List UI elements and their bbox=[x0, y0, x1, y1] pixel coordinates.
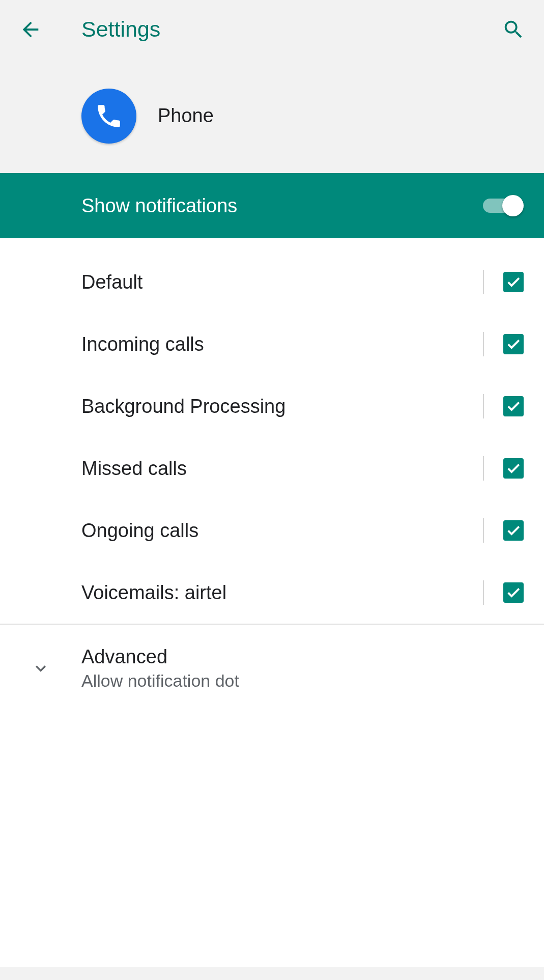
category-default[interactable]: Default bbox=[0, 238, 544, 313]
category-missed-calls[interactable]: Missed calls bbox=[0, 437, 544, 499]
advanced-subtitle: Allow notification dot bbox=[81, 671, 524, 691]
arrow-left-icon bbox=[19, 18, 42, 41]
phone-app-icon bbox=[81, 89, 136, 144]
divider bbox=[483, 580, 484, 605]
category-ongoing-calls-checkbox[interactable] bbox=[503, 520, 524, 541]
app-name-label: Phone bbox=[158, 105, 214, 127]
category-incoming-calls[interactable]: Incoming calls bbox=[0, 313, 544, 375]
category-label: Background Processing bbox=[81, 396, 483, 417]
search-button[interactable] bbox=[498, 14, 529, 45]
page-title: Settings bbox=[81, 17, 498, 42]
advanced-section[interactable]: Advanced Allow notification dot bbox=[0, 625, 544, 712]
category-background-processing-checkbox[interactable] bbox=[503, 396, 524, 416]
toggle-thumb bbox=[502, 195, 524, 216]
category-missed-calls-checkbox[interactable] bbox=[503, 458, 524, 479]
divider bbox=[483, 456, 484, 481]
divider bbox=[483, 394, 484, 418]
show-notifications-label: Show notifications bbox=[81, 195, 478, 217]
back-button[interactable] bbox=[15, 14, 46, 45]
show-notifications-toggle[interactable] bbox=[478, 195, 524, 216]
advanced-content: Advanced Allow notification dot bbox=[81, 646, 524, 691]
app-info-section: Phone bbox=[0, 59, 544, 173]
category-label: Voicemails: airtel bbox=[81, 582, 483, 604]
category-label: Missed calls bbox=[81, 458, 483, 480]
phone-icon bbox=[94, 101, 124, 131]
app-bar: Settings bbox=[0, 0, 544, 59]
check-icon bbox=[506, 461, 521, 476]
category-background-processing[interactable]: Background Processing bbox=[0, 375, 544, 437]
bottom-fill bbox=[0, 712, 544, 967]
advanced-title: Advanced bbox=[81, 646, 524, 668]
divider bbox=[483, 518, 484, 543]
check-icon bbox=[506, 523, 521, 538]
category-voicemails[interactable]: Voicemails: airtel bbox=[0, 562, 544, 624]
check-icon bbox=[506, 585, 521, 600]
divider bbox=[483, 332, 484, 356]
show-notifications-banner[interactable]: Show notifications bbox=[0, 173, 544, 238]
divider bbox=[483, 270, 484, 294]
category-ongoing-calls[interactable]: Ongoing calls bbox=[0, 499, 544, 562]
check-icon bbox=[506, 274, 521, 290]
category-incoming-calls-checkbox[interactable] bbox=[503, 334, 524, 354]
category-voicemails-checkbox[interactable] bbox=[503, 582, 524, 603]
expand-button bbox=[0, 658, 81, 679]
search-icon bbox=[502, 18, 525, 41]
category-label: Ongoing calls bbox=[81, 520, 483, 542]
chevron-down-icon bbox=[31, 658, 51, 679]
check-icon bbox=[506, 337, 521, 352]
category-default-checkbox[interactable] bbox=[503, 272, 524, 292]
notification-categories-list: Default Incoming calls Background Proces… bbox=[0, 238, 544, 624]
category-label: Incoming calls bbox=[81, 333, 483, 355]
check-icon bbox=[506, 399, 521, 414]
category-label: Default bbox=[81, 271, 483, 293]
